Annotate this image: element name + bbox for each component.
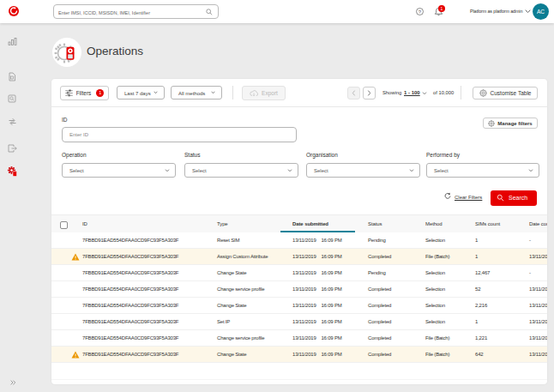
- svg-text:?: ?: [419, 9, 422, 15]
